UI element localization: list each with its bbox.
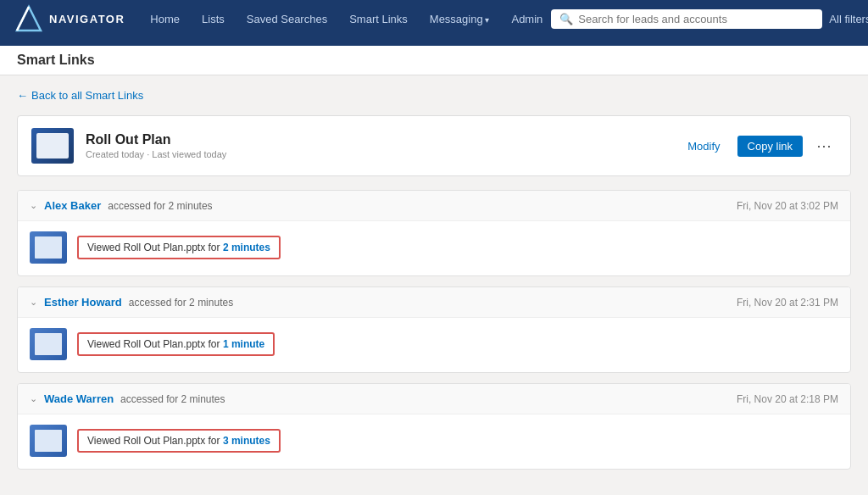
back-link[interactable]: ← Back to all Smart Links <box>17 89 851 102</box>
smart-link-name: Roll Out Plan <box>86 132 667 147</box>
viewer-header-0: ⌄ Alex Baker accessed for 2 minutes Fri,… <box>18 191 850 221</box>
viewer-timestamp-2: Fri, Nov 20 at 2:18 PM <box>737 393 838 405</box>
app-logo[interactable]: NAVIGATOR <box>14 3 125 34</box>
activity-text-1: Viewed Roll Out Plan.pptx for <box>87 338 223 350</box>
viewer-detail-2: Viewed Roll Out Plan.pptx for 3 minutes <box>18 414 850 469</box>
viewer-section-1: ⌄ Esther Howard accessed for 2 minutes F… <box>17 286 851 373</box>
activity-text-0: Viewed Roll Out Plan.pptx for <box>87 242 223 253</box>
viewer-section-2: ⌄ Wade Warren accessed for 2 minutes Fri… <box>17 383 851 470</box>
viewer-detail-0: Viewed Roll Out Plan.pptx for 2 minutes <box>18 221 850 275</box>
view-activity-box-0: Viewed Roll Out Plan.pptx for 2 minutes <box>77 236 281 259</box>
viewer-name-2[interactable]: Wade Warren <box>44 392 114 405</box>
viewer-header-2: ⌄ Wade Warren accessed for 2 minutes Fri… <box>18 384 850 414</box>
chevron-down-icon-1[interactable]: ⌄ <box>30 297 37 308</box>
top-navigation: NAVIGATOR Home Lists Saved Searches Smar… <box>0 0 868 37</box>
viewer-name-0[interactable]: Alex Baker <box>44 199 101 212</box>
all-filters-button[interactable]: All filters ☰ <box>829 13 868 25</box>
viewer-timestamp-1: Fri, Nov 20 at 2:31 PM <box>737 297 838 309</box>
doc-thumbnail-0 <box>30 231 67 264</box>
smart-link-info: Roll Out Plan Created today · Last viewe… <box>86 132 667 159</box>
viewer-section-0: ⌄ Alex Baker accessed for 2 minutes Fri,… <box>17 190 851 276</box>
nav-links: Home Lists Saved Searches Smart Links Me… <box>142 9 551 29</box>
page-title-bar: Smart Links <box>0 46 868 75</box>
viewer-name-1[interactable]: Esther Howard <box>44 296 122 309</box>
nav-smart-links[interactable]: Smart Links <box>341 9 416 29</box>
thumbnail-inner <box>36 133 69 159</box>
smart-link-thumbnail <box>31 128 74 164</box>
viewer-detail-1: Viewed Roll Out Plan.pptx for 1 minute <box>18 318 850 372</box>
back-arrow-icon: ← <box>17 89 28 102</box>
view-activity-box-2: Viewed Roll Out Plan.pptx for 3 minutes <box>77 429 281 453</box>
viewer-access-text-0: accessed for 2 minutes <box>108 200 212 212</box>
smart-link-actions: Modify Copy link ⋯ <box>679 135 837 157</box>
nav-home[interactable]: Home <box>142 9 188 29</box>
smart-link-card: Roll Out Plan Created today · Last viewe… <box>17 115 851 176</box>
chevron-down-icon-2[interactable]: ⌄ <box>30 393 37 404</box>
svg-line-1 <box>17 7 29 31</box>
viewer-access-text-1: accessed for 2 minutes <box>129 297 233 309</box>
nav-search-area: 🔍 All filters ☰ <box>551 9 868 29</box>
viewers-list: ⌄ Alex Baker accessed for 2 minutes Fri,… <box>17 190 851 480</box>
activity-duration-1: 1 minute <box>223 338 264 350</box>
search-icon: 🔍 <box>559 13 573 25</box>
nav-messaging[interactable]: Messaging <box>421 9 498 29</box>
page-title: Smart Links <box>17 53 95 67</box>
viewer-timestamp-0: Fri, Nov 20 at 3:02 PM <box>737 200 838 212</box>
app-logo-text: NAVIGATOR <box>49 13 125 25</box>
svg-marker-0 <box>17 7 41 31</box>
activity-duration-2: 3 minutes <box>223 435 270 447</box>
doc-thumbnail-2 <box>30 425 67 457</box>
doc-thumbnail-1 <box>30 328 67 360</box>
search-box: 🔍 <box>551 9 822 29</box>
chevron-down-icon-0[interactable]: ⌄ <box>30 200 37 211</box>
nav-admin[interactable]: Admin <box>503 9 551 29</box>
viewer-access-text-2: accessed for 2 minutes <box>120 393 225 405</box>
search-input[interactable] <box>578 13 814 25</box>
view-activity-box-1: Viewed Roll Out Plan.pptx for 1 minute <box>77 332 275 356</box>
nav-saved-searches[interactable]: Saved Searches <box>238 9 336 29</box>
main-content: ← Back to all Smart Links Roll Out Plan … <box>0 75 868 493</box>
activity-text-2: Viewed Roll Out Plan.pptx for <box>87 435 223 447</box>
more-options-button[interactable]: ⋯ <box>811 135 837 157</box>
modify-button[interactable]: Modify <box>679 136 728 157</box>
nav-lists[interactable]: Lists <box>193 9 233 29</box>
viewer-header-1: ⌄ Esther Howard accessed for 2 minutes F… <box>18 287 850 318</box>
copy-link-button[interactable]: Copy link <box>737 136 803 157</box>
smart-link-meta: Created today · Last viewed today <box>86 149 667 159</box>
activity-duration-0: 2 minutes <box>223 242 270 253</box>
sub-header-strip <box>0 37 868 46</box>
